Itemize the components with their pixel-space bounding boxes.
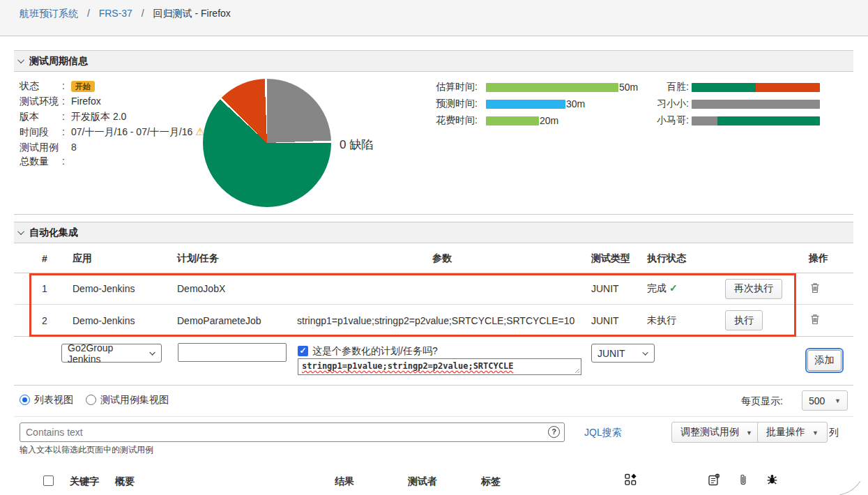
delete-button[interactable] (809, 281, 821, 297)
field-label: 版本 (20, 109, 59, 124)
col-header-job: 计划/任务 (177, 252, 297, 265)
chevron-down-icon (17, 56, 24, 63)
breadcrumb-issue-link[interactable]: FRS-37 (99, 8, 132, 19)
adjust-cases-dropdown-button[interactable]: 调整测试用例 ▼ (671, 422, 761, 443)
cell-app: Demo-Jenkins (73, 283, 177, 294)
tester-label: 小马哥: (654, 114, 689, 127)
tester-bar (692, 116, 820, 125)
time-bar-fill (486, 100, 565, 109)
defect-pie-chart (203, 79, 331, 207)
suite-view-label: 测试用例集视图 (100, 394, 169, 405)
tester-bar (692, 100, 820, 109)
section-divider (14, 214, 853, 215)
time-bar-label: 预测时间: (436, 98, 486, 110)
automation-row: 1 Demo-Jenkins DemoJobX JUNIT 完成✓ 再次执行 (14, 273, 853, 305)
time-bar-fill (486, 116, 539, 125)
cell-test-type: JUNIT (591, 283, 647, 294)
parameterized-checkbox-label: 这是个参数化的计划/任务吗? (312, 345, 438, 358)
select-all-checkbox[interactable] (43, 475, 54, 486)
cycle-info-fields: 状态 : 开始 测试环境 : Firefox 版本 : 开发版本 2.0 时间段… (20, 78, 213, 169)
tester-label: 习小小: (654, 98, 689, 110)
plan-name-input[interactable] (178, 343, 287, 362)
trash-icon (810, 282, 820, 294)
param-textarea[interactable]: stringp1=p1value;stringp2=p2value;SRTCYC… (298, 358, 581, 375)
adjust-cases-label: 调整测试用例 (680, 426, 739, 437)
list-view-label: 列表视图 (34, 394, 73, 405)
time-bars: 估算时间: 50m 预测时间: 30m 花费时间: 20m (436, 82, 638, 132)
test-type-select[interactable]: JUNIT (591, 344, 655, 363)
time-bar-value: 30m (566, 98, 585, 109)
breadcrumb-separator: / (142, 8, 144, 19)
chevron-down-icon (642, 349, 648, 355)
cell-num: 1 (14, 283, 73, 294)
col-header-labels: 标签 (481, 475, 501, 488)
execute-button[interactable]: 执行 (725, 310, 763, 330)
col-header-operations: 操作 (800, 252, 853, 265)
delete-button[interactable] (809, 312, 821, 328)
resize-grip-icon[interactable] (574, 368, 580, 374)
field-value: 开发版本 2.0 (71, 109, 213, 124)
time-bar-row: 花费时间: 20m (436, 116, 638, 125)
automation-table-header: # 应用 计划/任务 参数 测试类型 执行状态 操作 (14, 244, 853, 273)
jenkins-app-select[interactable]: Go2Group Jenkins (61, 344, 162, 363)
chevron-down-icon (17, 228, 24, 235)
breadcrumb-project-link[interactable]: 航班预订系统 (20, 8, 78, 19)
selected-option: JUNIT (597, 348, 625, 359)
field-row-period: 时间段 : 07/十一月/16 - 07/十一月/16⚠ (20, 124, 213, 139)
time-bar-fill (486, 83, 618, 92)
check-icon: ✓ (669, 282, 678, 294)
columns-button[interactable]: 列 (829, 427, 839, 439)
chevron-down-icon (150, 349, 155, 355)
search-input[interactable] (20, 422, 565, 442)
caret-down-icon: ▼ (835, 397, 841, 404)
field-label: 测试环境 (20, 93, 59, 109)
status-badge: 开始 (71, 81, 95, 92)
time-bar-value: 50m (619, 82, 638, 93)
section-title: 自动化集成 (29, 227, 78, 239)
col-header-tester: 测试者 (408, 475, 437, 488)
cell-status: 未执行 (647, 314, 676, 326)
automation-row: 2 Demo-Jenkins DemoParameteJob stringp1=… (14, 305, 853, 337)
parameterized-checkbox[interactable]: ✓ (298, 346, 308, 356)
help-icon[interactable]: ? (548, 426, 560, 438)
cell-app: Demo-Jenkins (73, 315, 177, 326)
top-bar: 航班预订系统 / FRS-37 / 回归测试 - Firefox (0, 0, 868, 36)
corner-curve-decoration (837, 481, 865, 495)
tester-bars: 百胜: 习小小: 小马哥: (654, 82, 820, 132)
field-value: 07/十一月/16 - 07/十一月/16 (71, 126, 192, 137)
cell-params: stringp1=p1value;stringp2=p2value;SRTCYC… (297, 315, 591, 326)
col-header-app: 应用 (73, 252, 177, 265)
field-row-status: 状态 : 开始 (20, 78, 213, 93)
bulk-actions-label: 批量操作 (766, 426, 805, 437)
page-size-label: 每页显示: (741, 395, 783, 408)
field-colon: : (59, 124, 71, 139)
field-row-environment: 测试环境 : Firefox (20, 93, 213, 109)
page-size-dropdown[interactable]: 500 ▼ (802, 390, 848, 411)
add-button[interactable]: 添加 (807, 350, 842, 371)
rerun-button[interactable]: 再次执行 (725, 279, 782, 299)
section-header-cycle-info[interactable]: 测试周期信息 (14, 50, 853, 72)
field-colon: : (59, 139, 71, 169)
list-view-radio[interactable] (20, 395, 30, 405)
time-bar-row: 预测时间: 30m (436, 99, 638, 109)
breadcrumb-separator: / (87, 8, 90, 19)
cell-test-type: JUNIT (591, 315, 647, 326)
requirement-grid-icon (625, 473, 637, 486)
defects-label: 0 缺陷 (340, 137, 373, 153)
cell-job: DemoJobX (177, 283, 297, 294)
suite-view-radio[interactable] (86, 395, 96, 405)
jql-search-link[interactable]: JQL搜索 (584, 427, 622, 439)
bulk-actions-dropdown-button[interactable]: 批量操作 ▼ (757, 422, 828, 443)
col-header-summary: 概要 (115, 475, 135, 488)
selected-option: Go2Group Jenkins (68, 342, 144, 365)
section-header-automation[interactable]: 自动化集成 (14, 222, 853, 243)
section-divider (14, 385, 853, 386)
col-header-key: 关键字 (70, 475, 99, 488)
page-size-value: 500 (809, 395, 825, 406)
trash-icon (810, 314, 820, 325)
tester-bar-row: 百胜: (654, 82, 820, 92)
field-label: 状态 (20, 78, 59, 93)
field-value: 8 (71, 139, 213, 169)
section-title: 测试周期信息 (29, 55, 88, 68)
tester-label: 百胜: (654, 81, 689, 93)
